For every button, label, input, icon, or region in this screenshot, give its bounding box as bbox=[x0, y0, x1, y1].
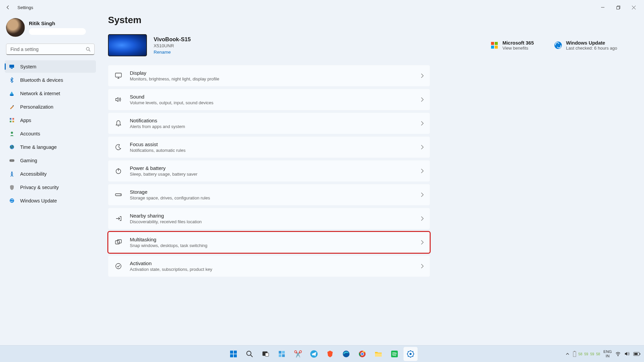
search-input[interactable] bbox=[6, 44, 95, 55]
svg-rect-65 bbox=[640, 353, 640, 355]
maximize-icon bbox=[616, 6, 620, 9]
chevron-right-icon bbox=[421, 192, 424, 197]
taskbar-app-spotify[interactable] bbox=[387, 347, 401, 361]
power-icon bbox=[114, 167, 122, 175]
svg-rect-39 bbox=[265, 353, 269, 356]
device-model: X510UNR bbox=[154, 43, 191, 48]
volume-icon[interactable] bbox=[624, 351, 630, 357]
setting-power-battery[interactable]: Power & battery Sleep, battery usage, ba… bbox=[108, 160, 430, 182]
battery-icon[interactable] bbox=[633, 352, 641, 356]
setting-activation[interactable]: Activation Activation state, subscriptio… bbox=[108, 255, 430, 277]
setting-notifications[interactable]: Notifications Alerts from apps and syste… bbox=[108, 113, 430, 134]
moon-icon bbox=[114, 143, 122, 151]
battery-small-icon bbox=[573, 351, 576, 357]
page-title: System bbox=[108, 15, 631, 25]
tray-hw-stats[interactable]: 58 59 59 58 bbox=[573, 351, 600, 357]
taskbar-app-snip[interactable]: ✂️ bbox=[291, 347, 305, 361]
nav-icon bbox=[9, 144, 15, 150]
wifi-icon[interactable] bbox=[615, 351, 621, 357]
svg-point-15 bbox=[11, 132, 13, 134]
sidebar-item-accessibility[interactable]: Accessibility bbox=[5, 168, 96, 180]
nav-icon bbox=[9, 64, 15, 70]
start-button[interactable] bbox=[226, 347, 240, 361]
taskbar-app-explorer[interactable] bbox=[371, 347, 385, 361]
share-icon bbox=[114, 215, 122, 223]
search-icon bbox=[246, 350, 253, 358]
task-view[interactable] bbox=[259, 347, 273, 361]
windows-update-icon bbox=[554, 42, 562, 49]
nav-icon bbox=[9, 131, 15, 137]
sidebar-item-network-internet[interactable]: Network & internet bbox=[5, 87, 96, 100]
rename-link[interactable]: Rename bbox=[154, 50, 191, 55]
setting-multitasking[interactable]: Multitasking Snap windows, desktops, tas… bbox=[108, 232, 430, 253]
nav-icon bbox=[9, 184, 15, 190]
setting-storage[interactable]: Storage Storage space, drives, configura… bbox=[108, 184, 430, 205]
sidebar-item-gaming[interactable]: Gaming bbox=[5, 154, 96, 167]
svg-rect-33 bbox=[234, 351, 237, 354]
sidebar-item-label: Windows Update bbox=[20, 198, 57, 203]
chevron-right-icon bbox=[421, 264, 424, 268]
back-arrow-icon bbox=[6, 5, 10, 10]
widgets-icon bbox=[278, 350, 285, 358]
svg-rect-32 bbox=[230, 351, 233, 354]
taskbar-app-brave[interactable] bbox=[323, 347, 337, 361]
setting-title: Storage bbox=[130, 189, 414, 195]
svg-point-36 bbox=[247, 351, 251, 355]
svg-point-52 bbox=[410, 353, 412, 355]
sidebar-item-system[interactable]: System bbox=[5, 60, 96, 73]
setting-title: Nearby sharing bbox=[130, 213, 414, 219]
close-button[interactable] bbox=[626, 2, 641, 13]
setting-title: Display bbox=[130, 70, 414, 76]
setting-subtitle: Volume levels, output, input, sound devi… bbox=[130, 100, 414, 105]
svg-line-60 bbox=[413, 351, 413, 352]
taskbar-app-chrome[interactable] bbox=[355, 347, 369, 361]
sidebar-item-accounts[interactable]: Accounts bbox=[5, 127, 96, 140]
svg-rect-49 bbox=[375, 353, 382, 357]
taskbar-search[interactable] bbox=[243, 347, 257, 361]
svg-rect-62 bbox=[574, 351, 575, 352]
chevron-right-icon bbox=[421, 169, 424, 173]
svg-point-19 bbox=[13, 160, 13, 161]
nav-icon bbox=[9, 117, 15, 123]
device-thumbnail[interactable] bbox=[108, 34, 147, 56]
avatar bbox=[6, 18, 25, 37]
taskbar-app-telegram[interactable] bbox=[307, 347, 321, 361]
setting-title: Notifications bbox=[130, 118, 414, 123]
minimize-button[interactable] bbox=[595, 2, 610, 13]
svg-rect-41 bbox=[282, 351, 285, 354]
windows-icon bbox=[229, 350, 237, 358]
setting-subtitle: Snap windows, desktops, task switching bbox=[130, 243, 414, 248]
setting-sound[interactable]: Sound Volume levels, output, input, soun… bbox=[108, 89, 430, 110]
sidebar-item-bluetooth-devices[interactable]: Bluetooth & devices bbox=[5, 74, 96, 86]
setting-display[interactable]: Display Monitors, brightness, night ligh… bbox=[108, 65, 430, 86]
svg-rect-43 bbox=[282, 354, 285, 357]
sidebar-item-label: Personalization bbox=[20, 104, 53, 110]
microsoft-365-block[interactable]: Microsoft 365 View benefits bbox=[490, 40, 534, 51]
svg-rect-35 bbox=[234, 354, 237, 357]
taskbar-app-settings[interactable] bbox=[404, 347, 418, 361]
sidebar-item-windows-update[interactable]: Windows Update bbox=[5, 194, 96, 207]
taskbar-widgets[interactable] bbox=[275, 347, 289, 361]
taskbar-app-edge[interactable] bbox=[339, 347, 353, 361]
sidebar-item-label: Gaming bbox=[20, 158, 37, 163]
tray-overflow[interactable] bbox=[566, 352, 570, 356]
setting-nearby-sharing[interactable]: Nearby sharing Discoverability, received… bbox=[108, 208, 430, 229]
user-name: Ritik Singh bbox=[29, 20, 86, 26]
setting-title: Multitasking bbox=[130, 237, 414, 242]
windows-update-block[interactable]: Windows Update Last checked: 6 hours ago bbox=[554, 40, 618, 51]
maximize-button[interactable] bbox=[610, 2, 626, 13]
sound-icon bbox=[114, 96, 122, 104]
tray-language[interactable]: ENG IN bbox=[603, 350, 612, 358]
back-button[interactable] bbox=[3, 2, 13, 13]
ms365-title: Microsoft 365 bbox=[502, 40, 534, 46]
svg-rect-34 bbox=[230, 354, 233, 357]
sidebar-item-time-language[interactable]: Time & language bbox=[5, 141, 96, 153]
user-profile[interactable]: Ritik Singh bbox=[5, 15, 96, 42]
svg-point-9 bbox=[10, 95, 14, 96]
setting-focus-assist[interactable]: Focus assist Notifications, automatic ru… bbox=[108, 136, 430, 158]
chevron-right-icon bbox=[421, 73, 424, 78]
sidebar-item-personalization[interactable]: Personalization bbox=[5, 101, 96, 113]
sidebar-item-privacy-security[interactable]: Privacy & security bbox=[5, 181, 96, 193]
sidebar-item-apps[interactable]: Apps bbox=[5, 114, 96, 126]
spotify-icon bbox=[390, 350, 398, 358]
